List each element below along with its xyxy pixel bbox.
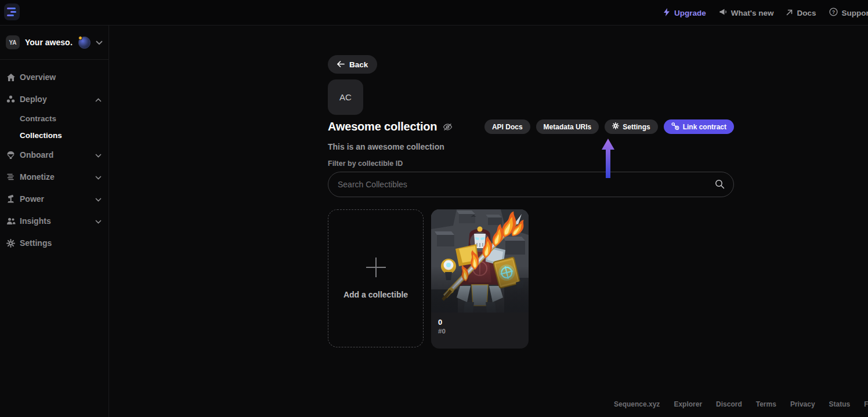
sidebar-item-label: Monetize: [20, 172, 92, 182]
support-label: Support: [842, 9, 868, 17]
footer-link-discord[interactable]: Discord: [716, 400, 742, 408]
page-title: Awesome collection: [328, 120, 437, 133]
project-selector[interactable]: YA Your aweso…: [0, 26, 108, 60]
help-circle-icon: ?: [829, 8, 838, 18]
sidebar-item-onboard[interactable]: Onboard: [0, 144, 108, 166]
collectible-card[interactable]: 0 #0: [431, 209, 529, 349]
whats-new-label: What's new: [731, 9, 774, 17]
search-field-wrapper: [328, 172, 734, 197]
top-nav: Upgrade What's new Docs: [663, 0, 868, 26]
sidebar-item-power[interactable]: Power: [0, 188, 108, 210]
sidebar-item-label: Power: [20, 194, 92, 204]
footer: Sequence.xyz Explorer Discord Terms Priv…: [614, 400, 868, 408]
docs-link[interactable]: Docs: [786, 9, 816, 17]
filter-label: Filter by collectible ID: [328, 159, 734, 168]
collectible-name: 0: [438, 318, 522, 327]
sidebar-item-settings[interactable]: Settings: [0, 232, 108, 254]
search-collectibles-input[interactable]: [328, 172, 734, 197]
chevron-down-icon: [95, 150, 102, 159]
sidebar-item-label: Deploy: [20, 95, 92, 104]
collection-header: Awesome collection API Docs Metadata URI…: [328, 119, 734, 134]
footer-link-feature-requests[interactable]: Feature requests: [864, 400, 868, 408]
collection-avatar: AC: [328, 79, 363, 115]
collection-description: This is an awesome collection: [328, 142, 734, 151]
footer-link-status[interactable]: Status: [829, 400, 851, 408]
arrow-left-icon: [337, 60, 345, 69]
collection-page: Back AC Awesome collection API Docs Meta…: [328, 55, 734, 349]
collectible-token-id: #0: [438, 328, 522, 335]
svg-text:?: ?: [831, 9, 834, 15]
hammer-icon: [5, 195, 16, 204]
collectible-meta: 0 #0: [431, 313, 529, 335]
sidebar-nav: Overview Deploy Contracts Collections: [0, 60, 108, 254]
collection-settings-button[interactable]: Settings: [605, 119, 657, 134]
top-bar: Upgrade What's new Docs: [0, 0, 868, 26]
settings-button-label: Settings: [623, 123, 650, 131]
chevron-down-icon: [95, 194, 102, 204]
sidebar-item-overview[interactable]: Overview: [0, 66, 108, 88]
chevron-down-icon: [95, 216, 102, 226]
collectible-image: [431, 209, 529, 313]
account-avatar: [78, 37, 91, 49]
add-collectible-label: Add a collectible: [343, 290, 408, 299]
sidebar-item-label: Overview: [20, 72, 102, 82]
chevron-up-icon: [95, 95, 102, 104]
chevron-down-icon: [96, 37, 103, 48]
coins-icon: [5, 173, 16, 181]
footer-link-sequence[interactable]: Sequence.xyz: [614, 400, 660, 408]
support-button[interactable]: ? Support: [829, 8, 868, 18]
link-contract-label: Link contract: [683, 123, 726, 131]
gear-icon: [5, 239, 16, 248]
whats-new-button[interactable]: What's new: [719, 8, 774, 17]
metadata-uris-button[interactable]: Metadata URIs: [536, 119, 599, 134]
footer-link-explorer[interactable]: Explorer: [674, 400, 702, 408]
footer-link-privacy[interactable]: Privacy: [790, 400, 815, 408]
home-icon: [5, 73, 16, 82]
collectibles-grid: Add a collectible: [328, 209, 734, 349]
chevron-down-icon: [95, 172, 102, 182]
sidebar-item-label: Onboard: [20, 150, 92, 159]
sidebar: YA Your aweso… Overview Deploy: [0, 26, 109, 417]
link-contract-icon: [671, 122, 679, 132]
upgrade-label: Upgrade: [674, 9, 706, 17]
back-label: Back: [349, 60, 368, 69]
sequence-logo-icon[interactable]: [4, 3, 20, 20]
lightning-icon: [663, 8, 670, 18]
sidebar-item-insights[interactable]: Insights: [0, 210, 108, 232]
back-button[interactable]: Back: [328, 55, 377, 74]
plus-icon: [366, 258, 386, 277]
sidebar-item-label: Settings: [20, 238, 102, 248]
search-icon: [715, 179, 725, 191]
api-docs-button[interactable]: API Docs: [484, 119, 530, 134]
gear-icon: [612, 122, 619, 131]
footer-link-terms[interactable]: Terms: [756, 400, 776, 408]
sidebar-item-contracts[interactable]: Contracts: [0, 110, 108, 127]
collection-actions: API Docs Metadata URIs Sett: [484, 119, 734, 134]
users-icon: [5, 217, 16, 225]
docs-label: Docs: [797, 9, 816, 17]
sidebar-item-monetize[interactable]: Monetize: [0, 166, 108, 188]
project-name: Your aweso…: [25, 38, 73, 47]
sidebar-item-collections[interactable]: Collections: [0, 127, 108, 144]
deploy-icon: [5, 95, 16, 103]
parachute-icon: [5, 151, 16, 159]
add-collectible-card[interactable]: Add a collectible: [328, 209, 424, 347]
link-contract-button[interactable]: Link contract: [664, 119, 734, 134]
sidebar-item-deploy[interactable]: Deploy: [0, 88, 108, 110]
upgrade-button[interactable]: Upgrade: [663, 8, 706, 18]
notification-dot: [78, 36, 82, 40]
project-initials-avatar: YA: [6, 35, 20, 49]
sidebar-item-label: Insights: [20, 216, 92, 226]
megaphone-icon: [719, 8, 727, 17]
eye-off-icon: [443, 123, 453, 131]
external-link-icon: [786, 9, 793, 17]
